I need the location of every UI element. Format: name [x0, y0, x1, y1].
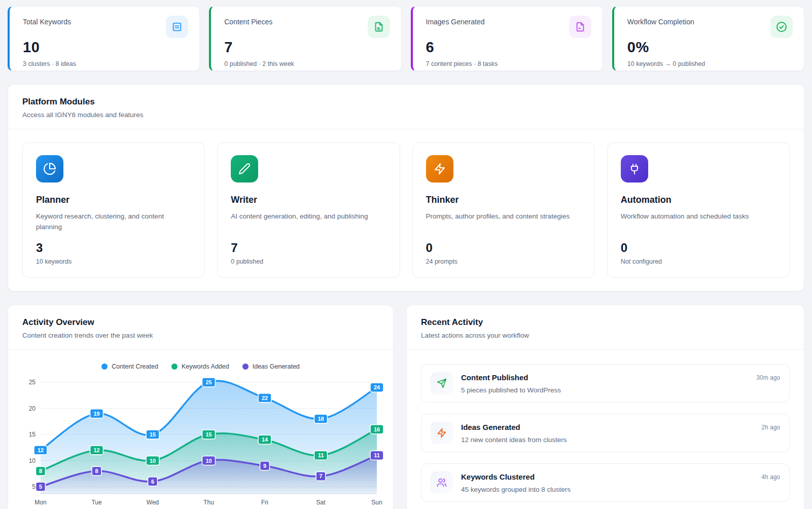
svg-text:11: 11 — [374, 452, 380, 458]
svg-text:22: 22 — [262, 395, 268, 401]
svg-text:16: 16 — [374, 426, 380, 432]
activity-timestamp: 4h ago — [761, 471, 780, 481]
legend-item[interactable]: Keywords Added — [171, 363, 229, 370]
stat-subtext: 3 clusters · 8 ideas — [23, 60, 188, 67]
module-name: Thinker — [426, 195, 581, 205]
stat-value: 7 — [224, 39, 390, 56]
svg-text:12: 12 — [38, 447, 44, 453]
module-value: 0 — [621, 241, 776, 255]
svg-text:8: 8 — [95, 468, 98, 474]
stat-label: Images Generated — [426, 16, 485, 26]
svg-text:20: 20 — [29, 405, 36, 412]
module-card-thinker[interactable]: Thinker Prompts, author profiles, and co… — [412, 142, 595, 278]
plug-icon — [621, 155, 648, 183]
svg-text:18: 18 — [317, 416, 324, 422]
legend-item[interactable]: Ideas Generated — [242, 363, 300, 370]
send-icon — [431, 372, 453, 394]
recent-activity-header: Recent Activity Latest actions across yo… — [407, 305, 804, 350]
stat-value: 10 — [23, 39, 188, 56]
svg-text:25: 25 — [29, 379, 36, 386]
stat-subtext: 7 content pieces · 8 tasks — [426, 60, 591, 67]
activity-overview-section: Activity Overview Content creation trend… — [8, 305, 394, 509]
modules-grid: Planner Keyword research, clustering, an… — [8, 129, 804, 291]
platform-modules-section: Platform Modules Access all IGNY8 module… — [8, 84, 804, 292]
chart-legend: Content CreatedKeywords AddedIdeas Gener… — [20, 359, 381, 376]
svg-text:10: 10 — [150, 458, 156, 464]
module-card-automation[interactable]: Automation Workflow automation and sched… — [607, 142, 790, 278]
svg-text:25: 25 — [205, 379, 211, 385]
stat-label: Content Pieces — [224, 16, 272, 26]
stat-value: 6 — [426, 39, 591, 56]
activity-item-ideas-generated[interactable]: Ideas Generated 12 new content ideas fro… — [421, 414, 790, 452]
activity-chart: 510152025MonTueWedThuFriSatSun1219152522… — [20, 376, 382, 509]
activity-item-content-published[interactable]: Content Published 5 pieces published to … — [421, 364, 790, 403]
legend-dot — [101, 363, 108, 370]
svg-text:15: 15 — [150, 431, 156, 438]
module-card-planner[interactable]: Planner Keyword research, clustering, an… — [22, 142, 205, 278]
activity-timestamp: 30m ago — [756, 372, 780, 381]
stat-label: Workflow Completion — [627, 16, 694, 26]
module-subtext: 24 prompts — [426, 258, 581, 265]
svg-text:24: 24 — [374, 384, 380, 390]
stat-card-total-keywords: Total Keywords 10 3 clusters · 8 ideas — [8, 6, 200, 71]
stat-label: Total Keywords — [23, 16, 71, 26]
svg-text:15: 15 — [205, 431, 211, 438]
svg-text:10: 10 — [205, 458, 211, 464]
svg-text:Sun: Sun — [371, 499, 382, 506]
svg-text:15: 15 — [29, 431, 36, 438]
activity-item-keywords-clustered[interactable]: Keywords Clustered 45 keywords grouped i… — [421, 463, 790, 502]
file-text-icon — [368, 16, 390, 38]
module-description: Workflow automation and scheduled tasks — [621, 211, 776, 233]
platform-modules-header: Platform Modules Access all IGNY8 module… — [8, 85, 804, 129]
svg-text:19: 19 — [93, 411, 99, 417]
legend-dot — [242, 363, 249, 370]
module-value: 0 — [426, 241, 581, 255]
svg-text:8: 8 — [39, 468, 42, 474]
svg-text:5: 5 — [32, 483, 36, 490]
svg-text:12: 12 — [93, 447, 99, 453]
activity-description: 12 new content ideas from clusters — [461, 436, 753, 444]
module-name: Planner — [36, 195, 191, 205]
svg-text:6: 6 — [151, 479, 154, 485]
bottom-row: Activity Overview Content creation trend… — [8, 292, 804, 509]
module-value: 3 — [36, 241, 191, 255]
module-name: Writer — [231, 195, 386, 205]
recent-activity-section: Recent Activity Latest actions across yo… — [406, 305, 804, 509]
lightning-icon — [431, 422, 453, 444]
activity-title: Content Published — [461, 373, 748, 382]
module-description: Keyword research, clustering, and conten… — [36, 211, 191, 233]
module-description: Prompts, author profiles, and content st… — [426, 211, 581, 233]
svg-text:Mon: Mon — [34, 499, 46, 506]
chart-body: Content CreatedKeywords AddedIdeas Gener… — [8, 350, 393, 509]
legend-item[interactable]: Content Created — [101, 363, 158, 370]
activity-title: Keywords Clustered — [461, 472, 753, 481]
stat-value: 0% — [627, 39, 793, 56]
svg-text:9: 9 — [263, 463, 266, 469]
svg-text:Fri: Fri — [261, 499, 268, 506]
stat-subtext: 0 published · 2 this week — [224, 60, 390, 67]
stat-card-workflow-completion: Workflow Completion 0% 10 keywords → 0 p… — [612, 6, 804, 71]
svg-text:Sat: Sat — [316, 499, 326, 506]
check-circle-icon — [770, 16, 793, 38]
activity-list: Content Published 5 pieces published to … — [407, 350, 804, 509]
module-subtext: Not configured — [621, 258, 776, 265]
module-description: AI content generation, editing, and publ… — [231, 211, 386, 233]
activity-title: Ideas Generated — [461, 423, 753, 431]
dashboard-page: Total Keywords 10 3 clusters · 8 ideas C… — [0, 0, 812, 509]
stat-card-content-pieces: Content Pieces 7 0 published · 2 this we… — [209, 6, 401, 71]
stats-row: Total Keywords 10 3 clusters · 8 ideas C… — [8, 6, 804, 71]
activity-description: 5 pieces published to WordPress — [461, 386, 748, 394]
legend-label: Ideas Generated — [253, 363, 300, 370]
svg-text:7: 7 — [319, 473, 322, 479]
module-value: 7 — [231, 241, 386, 255]
pencil-icon — [231, 155, 258, 183]
section-subtitle: Content creation trends over the past we… — [22, 332, 379, 339]
stat-card-images-generated: Images Generated 6 7 content pieces · 8 … — [411, 6, 603, 71]
svg-text:10: 10 — [29, 457, 36, 464]
section-subtitle: Access all IGNY8 modules and features — [22, 111, 790, 119]
svg-text:Thu: Thu — [203, 499, 214, 506]
module-card-writer[interactable]: Writer AI content generation, editing, a… — [217, 142, 400, 278]
activity-description: 45 keywords grouped into 8 clusters — [461, 486, 753, 493]
activity-overview-header: Activity Overview Content creation trend… — [8, 305, 393, 350]
module-subtext: 10 keywords — [36, 258, 191, 265]
